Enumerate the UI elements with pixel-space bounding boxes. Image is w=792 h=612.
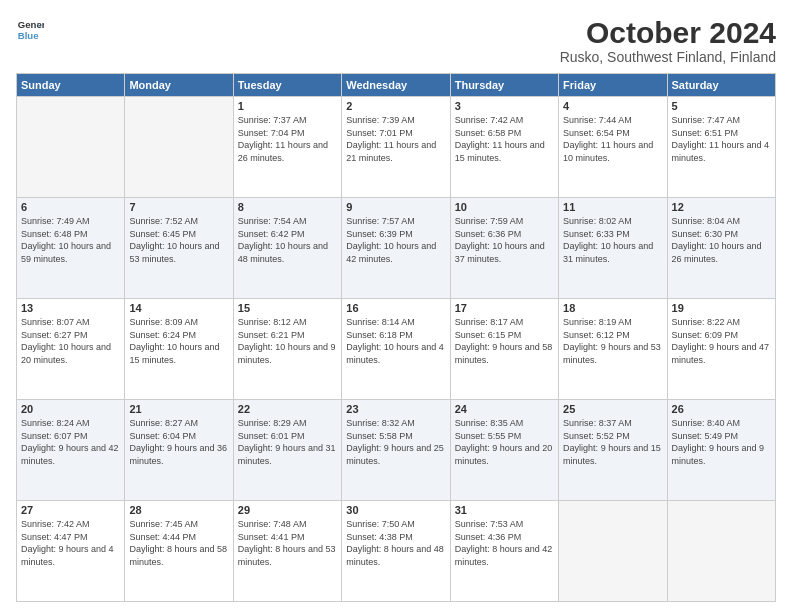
- day-info: Sunrise: 8:12 AM Sunset: 6:21 PM Dayligh…: [238, 316, 337, 366]
- calendar-cell: 2Sunrise: 7:39 AM Sunset: 7:01 PM Daylig…: [342, 97, 450, 198]
- day-number: 2: [346, 100, 445, 112]
- calendar-table: Sunday Monday Tuesday Wednesday Thursday…: [16, 73, 776, 602]
- day-number: 19: [672, 302, 771, 314]
- page: General Blue October 2024 Rusko, Southwe…: [0, 0, 792, 612]
- day-info: Sunrise: 7:37 AM Sunset: 7:04 PM Dayligh…: [238, 114, 337, 164]
- day-info: Sunrise: 7:44 AM Sunset: 6:54 PM Dayligh…: [563, 114, 662, 164]
- subtitle: Rusko, Southwest Finland, Finland: [560, 49, 776, 65]
- calendar-cell: 4Sunrise: 7:44 AM Sunset: 6:54 PM Daylig…: [559, 97, 667, 198]
- day-number: 16: [346, 302, 445, 314]
- day-info: Sunrise: 8:29 AM Sunset: 6:01 PM Dayligh…: [238, 417, 337, 467]
- day-info: Sunrise: 8:22 AM Sunset: 6:09 PM Dayligh…: [672, 316, 771, 366]
- calendar-cell: 9Sunrise: 7:57 AM Sunset: 6:39 PM Daylig…: [342, 198, 450, 299]
- day-number: 15: [238, 302, 337, 314]
- logo: General Blue: [16, 16, 44, 44]
- day-number: 14: [129, 302, 228, 314]
- day-number: 3: [455, 100, 554, 112]
- day-number: 22: [238, 403, 337, 415]
- calendar-header-row: Sunday Monday Tuesday Wednesday Thursday…: [17, 74, 776, 97]
- day-number: 17: [455, 302, 554, 314]
- calendar-week-row-4: 20Sunrise: 8:24 AM Sunset: 6:07 PM Dayli…: [17, 400, 776, 501]
- calendar-cell: 13Sunrise: 8:07 AM Sunset: 6:27 PM Dayli…: [17, 299, 125, 400]
- day-number: 7: [129, 201, 228, 213]
- calendar-cell: 21Sunrise: 8:27 AM Sunset: 6:04 PM Dayli…: [125, 400, 233, 501]
- calendar-cell: [125, 97, 233, 198]
- calendar-cell: 27Sunrise: 7:42 AM Sunset: 4:47 PM Dayli…: [17, 501, 125, 602]
- day-info: Sunrise: 8:35 AM Sunset: 5:55 PM Dayligh…: [455, 417, 554, 467]
- day-info: Sunrise: 8:02 AM Sunset: 6:33 PM Dayligh…: [563, 215, 662, 265]
- day-info: Sunrise: 8:17 AM Sunset: 6:15 PM Dayligh…: [455, 316, 554, 366]
- day-info: Sunrise: 8:32 AM Sunset: 5:58 PM Dayligh…: [346, 417, 445, 467]
- day-number: 11: [563, 201, 662, 213]
- day-number: 4: [563, 100, 662, 112]
- calendar-cell: 3Sunrise: 7:42 AM Sunset: 6:58 PM Daylig…: [450, 97, 558, 198]
- calendar-cell: 29Sunrise: 7:48 AM Sunset: 4:41 PM Dayli…: [233, 501, 341, 602]
- day-number: 12: [672, 201, 771, 213]
- calendar-cell: 6Sunrise: 7:49 AM Sunset: 6:48 PM Daylig…: [17, 198, 125, 299]
- calendar-cell: 8Sunrise: 7:54 AM Sunset: 6:42 PM Daylig…: [233, 198, 341, 299]
- day-info: Sunrise: 7:47 AM Sunset: 6:51 PM Dayligh…: [672, 114, 771, 164]
- calendar-cell: 22Sunrise: 8:29 AM Sunset: 6:01 PM Dayli…: [233, 400, 341, 501]
- day-number: 24: [455, 403, 554, 415]
- calendar-cell: [559, 501, 667, 602]
- day-info: Sunrise: 7:39 AM Sunset: 7:01 PM Dayligh…: [346, 114, 445, 164]
- calendar-cell: 25Sunrise: 8:37 AM Sunset: 5:52 PM Dayli…: [559, 400, 667, 501]
- day-number: 25: [563, 403, 662, 415]
- day-number: 27: [21, 504, 120, 516]
- calendar-cell: 30Sunrise: 7:50 AM Sunset: 4:38 PM Dayli…: [342, 501, 450, 602]
- day-number: 31: [455, 504, 554, 516]
- calendar-week-row-2: 6Sunrise: 7:49 AM Sunset: 6:48 PM Daylig…: [17, 198, 776, 299]
- day-info: Sunrise: 7:52 AM Sunset: 6:45 PM Dayligh…: [129, 215, 228, 265]
- day-number: 6: [21, 201, 120, 213]
- day-info: Sunrise: 7:57 AM Sunset: 6:39 PM Dayligh…: [346, 215, 445, 265]
- svg-text:General: General: [18, 19, 44, 30]
- day-info: Sunrise: 8:37 AM Sunset: 5:52 PM Dayligh…: [563, 417, 662, 467]
- logo-icon: General Blue: [16, 16, 44, 44]
- day-number: 30: [346, 504, 445, 516]
- calendar-cell: [17, 97, 125, 198]
- col-saturday: Saturday: [667, 74, 775, 97]
- svg-text:Blue: Blue: [18, 30, 39, 41]
- day-number: 9: [346, 201, 445, 213]
- day-info: Sunrise: 7:53 AM Sunset: 4:36 PM Dayligh…: [455, 518, 554, 568]
- day-info: Sunrise: 8:09 AM Sunset: 6:24 PM Dayligh…: [129, 316, 228, 366]
- calendar-cell: 17Sunrise: 8:17 AM Sunset: 6:15 PM Dayli…: [450, 299, 558, 400]
- calendar-cell: 23Sunrise: 8:32 AM Sunset: 5:58 PM Dayli…: [342, 400, 450, 501]
- day-info: Sunrise: 7:48 AM Sunset: 4:41 PM Dayligh…: [238, 518, 337, 568]
- day-info: Sunrise: 8:07 AM Sunset: 6:27 PM Dayligh…: [21, 316, 120, 366]
- calendar-cell: 24Sunrise: 8:35 AM Sunset: 5:55 PM Dayli…: [450, 400, 558, 501]
- day-info: Sunrise: 7:45 AM Sunset: 4:44 PM Dayligh…: [129, 518, 228, 568]
- calendar-cell: 1Sunrise: 7:37 AM Sunset: 7:04 PM Daylig…: [233, 97, 341, 198]
- calendar-cell: 5Sunrise: 7:47 AM Sunset: 6:51 PM Daylig…: [667, 97, 775, 198]
- day-info: Sunrise: 8:24 AM Sunset: 6:07 PM Dayligh…: [21, 417, 120, 467]
- day-number: 23: [346, 403, 445, 415]
- day-number: 13: [21, 302, 120, 314]
- col-friday: Friday: [559, 74, 667, 97]
- day-info: Sunrise: 8:14 AM Sunset: 6:18 PM Dayligh…: [346, 316, 445, 366]
- day-info: Sunrise: 8:19 AM Sunset: 6:12 PM Dayligh…: [563, 316, 662, 366]
- day-number: 5: [672, 100, 771, 112]
- day-number: 8: [238, 201, 337, 213]
- day-info: Sunrise: 8:04 AM Sunset: 6:30 PM Dayligh…: [672, 215, 771, 265]
- day-number: 18: [563, 302, 662, 314]
- calendar-cell: 11Sunrise: 8:02 AM Sunset: 6:33 PM Dayli…: [559, 198, 667, 299]
- calendar-week-row-1: 1Sunrise: 7:37 AM Sunset: 7:04 PM Daylig…: [17, 97, 776, 198]
- col-tuesday: Tuesday: [233, 74, 341, 97]
- calendar-cell: 7Sunrise: 7:52 AM Sunset: 6:45 PM Daylig…: [125, 198, 233, 299]
- day-number: 10: [455, 201, 554, 213]
- calendar-cell: 16Sunrise: 8:14 AM Sunset: 6:18 PM Dayli…: [342, 299, 450, 400]
- calendar-cell: 19Sunrise: 8:22 AM Sunset: 6:09 PM Dayli…: [667, 299, 775, 400]
- main-title: October 2024: [560, 16, 776, 49]
- day-info: Sunrise: 7:42 AM Sunset: 6:58 PM Dayligh…: [455, 114, 554, 164]
- day-number: 20: [21, 403, 120, 415]
- calendar-cell: 31Sunrise: 7:53 AM Sunset: 4:36 PM Dayli…: [450, 501, 558, 602]
- calendar-cell: 10Sunrise: 7:59 AM Sunset: 6:36 PM Dayli…: [450, 198, 558, 299]
- calendar-cell: 26Sunrise: 8:40 AM Sunset: 5:49 PM Dayli…: [667, 400, 775, 501]
- col-monday: Monday: [125, 74, 233, 97]
- day-info: Sunrise: 7:59 AM Sunset: 6:36 PM Dayligh…: [455, 215, 554, 265]
- day-number: 29: [238, 504, 337, 516]
- day-info: Sunrise: 7:49 AM Sunset: 6:48 PM Dayligh…: [21, 215, 120, 265]
- col-sunday: Sunday: [17, 74, 125, 97]
- day-number: 28: [129, 504, 228, 516]
- calendar-cell: 12Sunrise: 8:04 AM Sunset: 6:30 PM Dayli…: [667, 198, 775, 299]
